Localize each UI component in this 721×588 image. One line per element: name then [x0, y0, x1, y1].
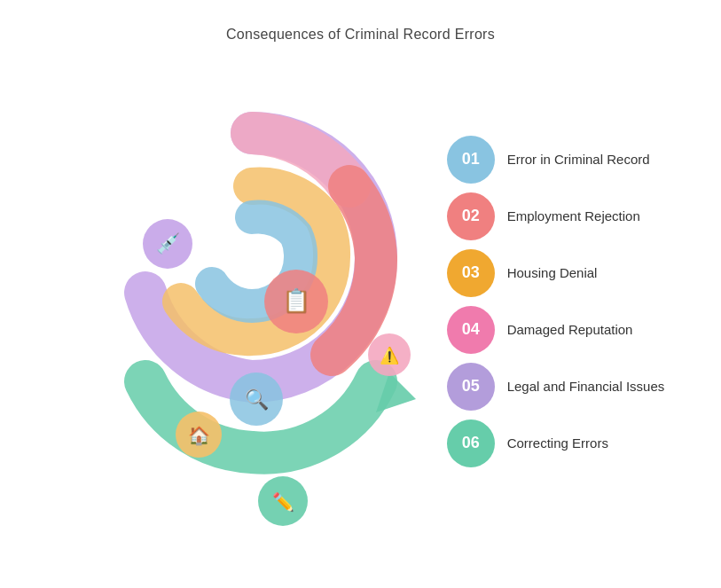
svg-text:⚠️: ⚠️	[380, 346, 400, 365]
legend-label-3: Housing Denial	[507, 264, 598, 282]
legend-label-6: Correcting Errors	[507, 435, 608, 452]
svg-text:🏠: 🏠	[187, 425, 209, 446]
legend-circle-5: 05	[447, 363, 495, 411]
legend-label-4: Damaged Reputation	[507, 321, 633, 339]
legend-item-6: 06Correcting Errors	[447, 419, 665, 467]
legend-item-4: 04Damaged Reputation	[447, 306, 665, 354]
legend: 01Error in Criminal Record02Employment R…	[447, 136, 665, 485]
page-title: Consequences of Criminal Record Errors	[0, 0, 721, 43]
legend-label-2: Employment Rejection	[507, 208, 640, 225]
svg-text:📋: 📋	[282, 286, 311, 315]
legend-circle-2: 02	[447, 192, 495, 240]
legend-item-1: 01Error in Criminal Record	[447, 136, 665, 184]
legend-circle-4: 04	[447, 306, 495, 354]
svg-text:💉: 💉	[155, 231, 180, 255]
legend-item-2: 02Employment Rejection	[447, 192, 665, 240]
legend-circle-1: 01	[447, 136, 495, 184]
legend-label-1: Error in Criminal Record	[507, 151, 650, 169]
legend-label-5: Legal and Financial Issues	[507, 378, 665, 396]
svg-text:🔍: 🔍	[244, 388, 269, 412]
legend-item-5: 05Legal and Financial Issues	[447, 363, 665, 411]
legend-circle-6: 06	[447, 419, 495, 467]
legend-item-3: 03Housing Denial	[447, 249, 665, 297]
svg-text:✏️: ✏️	[271, 491, 294, 513]
spiral-diagram: 💉 ⚠️ 📋 🏠 🔍 ✏️	[74, 80, 429, 541]
legend-circle-3: 03	[447, 249, 495, 297]
